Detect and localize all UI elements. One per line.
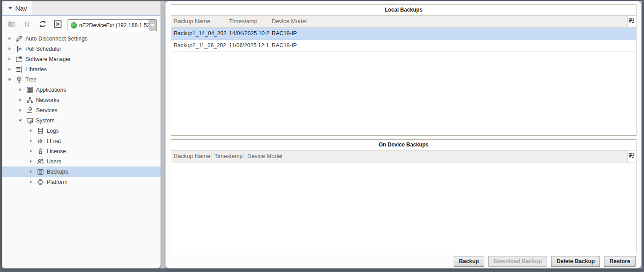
tree-item-label: Tree [25, 77, 36, 83]
tree-item-tree[interactable]: Tree [2, 74, 161, 85]
table-row-backup2-11-06-2025[interactable]: Backup2_11_06_202511/06/2025 12:16RAC18-… [171, 40, 636, 52]
services-icon [26, 106, 33, 114]
tree-item-users[interactable]: Users [2, 156, 161, 166]
x-box-icon [54, 20, 62, 30]
tree-item-label: Platform [47, 179, 68, 185]
on-device-backups-section: On Device Backups Backup NameTimestampDe… [171, 139, 636, 254]
table-row-backup1-14-04-2025[interactable]: Backup1_14_04_202514/04/2025 10:26RAC18-… [171, 28, 636, 40]
system-icon [26, 117, 33, 124]
tree-item-label: Backups [47, 169, 68, 175]
chevron-right-icon[interactable] [28, 149, 33, 154]
tree-item-logs[interactable]: Logs [2, 126, 161, 136]
chevron-right-icon[interactable] [7, 46, 12, 51]
tree-item-networks[interactable]: Networks [2, 95, 161, 105]
chevron-right-icon[interactable] [28, 159, 33, 164]
add-station-button [6, 20, 17, 30]
chevron-right-icon[interactable] [7, 36, 12, 41]
logs-icon [36, 127, 44, 134]
column-picker-icon [629, 17, 635, 25]
sidebar-toolbar: nE2DeviceExt (192.168.1.52:88) [2, 16, 161, 32]
chevron-right-icon[interactable] [7, 67, 12, 72]
tree-item-platform[interactable]: Platform [2, 177, 161, 187]
nav-sidebar: Nav nE2DeviceExt (192.168.1.52:88) Auto … [2, 1, 161, 268]
folder-plus-icon [8, 20, 16, 29]
cell-backup-name: Backup2_11_06_2025 [171, 40, 226, 51]
cell-device-model: RAC18-IP [269, 28, 636, 39]
column-picker-button[interactable] [627, 150, 636, 162]
applications-icon [26, 86, 33, 93]
chevron-right-icon[interactable] [18, 87, 23, 92]
local-backups-header: Backup NameTimestampDevice Model [171, 16, 636, 28]
tree-item-label: Poll Scheduler [25, 46, 61, 52]
platform-icon [36, 178, 44, 186]
tree-item-i-fnet[interactable]: I Fnet [2, 136, 161, 146]
cell-backup-name: Backup1_14_04_2025 [171, 28, 226, 39]
delete-backup-button[interactable]: Delete Backup [551, 256, 600, 267]
auto-disconnect-icon [15, 35, 23, 42]
libraries-icon [15, 65, 23, 73]
tree-item-auto-disconnect-settings[interactable]: Auto Disconnect Settings [2, 33, 161, 44]
license-icon [36, 147, 44, 155]
column-header-timestamp[interactable]: Timestamp [212, 150, 245, 162]
caret-down-icon[interactable] [8, 7, 12, 9]
tree-item-label: Auto Disconnect Settings [25, 36, 88, 42]
tree-item-license[interactable]: License [2, 146, 161, 156]
on-device-backups-title: On Device Backups [171, 140, 636, 150]
on-device-backups-header: Backup NameTimestampDevice Model [171, 150, 636, 162]
networks-icon [26, 96, 33, 104]
column-picker-icon [629, 152, 635, 160]
backup-button[interactable]: Backup [454, 256, 484, 267]
column-header-timestamp[interactable]: Timestamp [226, 16, 269, 27]
chevron-right-icon[interactable] [7, 57, 12, 61]
refresh-button[interactable] [37, 20, 48, 30]
tree-item-poll-scheduler[interactable]: Poll Scheduler [2, 44, 161, 54]
tab-nav[interactable]: Nav [4, 1, 32, 15]
local-backups-body: Backup1_14_04_202514/04/2025 10:26RAC18-… [171, 28, 636, 135]
disconnect-button[interactable] [52, 20, 63, 30]
local-backups-title: Local Backups [171, 5, 636, 16]
tree-item-label: Libraries [25, 66, 47, 73]
software-manager-icon [15, 55, 23, 63]
tree-item-backups[interactable]: Backups [2, 166, 161, 177]
nav-tree: Auto Disconnect SettingsPoll SchedulerSo… [2, 33, 161, 268]
column-header-backup-name[interactable]: Backup Name [171, 150, 212, 162]
tree-item-label: Applications [36, 87, 66, 93]
sidebar-tab-bar: Nav [2, 1, 161, 15]
tree-item-label: Logs [47, 128, 59, 134]
poll-scheduler-icon [15, 45, 23, 53]
refresh-icon [39, 20, 47, 30]
tree-item-label: Users [47, 158, 61, 165]
column-picker-button[interactable] [627, 16, 636, 27]
chevron-right-icon[interactable] [28, 138, 33, 143]
chevron-right-icon[interactable] [28, 128, 33, 133]
on-device-backups-body [171, 162, 636, 254]
column-header-backup-name[interactable]: Backup Name [171, 16, 226, 27]
application-window: Nav nE2DeviceExt (192.168.1.52:88) Auto … [0, 0, 644, 272]
tree-item-label: I Fnet [47, 138, 61, 144]
chevron-right-icon[interactable] [18, 108, 23, 113]
backups-icon [36, 168, 44, 175]
ifnet-icon [36, 137, 44, 145]
chevron-right-icon[interactable] [28, 169, 33, 174]
tree-item-system[interactable]: System [2, 115, 161, 126]
chevron-down-icon[interactable] [7, 77, 12, 82]
connection-dropdown-button[interactable] [149, 20, 156, 31]
chevron-down-icon [150, 24, 155, 27]
tree-item-label: Networks [36, 97, 59, 103]
tree-item-software-manager[interactable]: Software Manager [2, 54, 161, 64]
connection-selector[interactable]: nE2DeviceExt (192.168.1.52:88) [68, 19, 157, 31]
chevron-down-icon[interactable] [18, 118, 23, 123]
column-header-device-model[interactable]: Device Model [245, 150, 627, 162]
sort-button [21, 20, 32, 30]
download-backup-button: Download Backup [488, 256, 547, 267]
tree-item-libraries[interactable]: Libraries [2, 64, 161, 74]
restore-button[interactable]: Restore [604, 256, 636, 267]
chevron-right-icon[interactable] [28, 179, 33, 184]
cell-device-model: RAC18-IP [269, 40, 636, 51]
tree-item-services[interactable]: Services [2, 105, 161, 115]
chevron-right-icon[interactable] [18, 97, 23, 102]
column-header-device-model[interactable]: Device Model [269, 16, 627, 27]
local-backups-section: Local Backups Backup NameTimestampDevice… [171, 4, 636, 136]
cell-timestamp: 11/06/2025 12:16 [226, 40, 269, 51]
tree-item-applications[interactable]: Applications [2, 85, 161, 95]
